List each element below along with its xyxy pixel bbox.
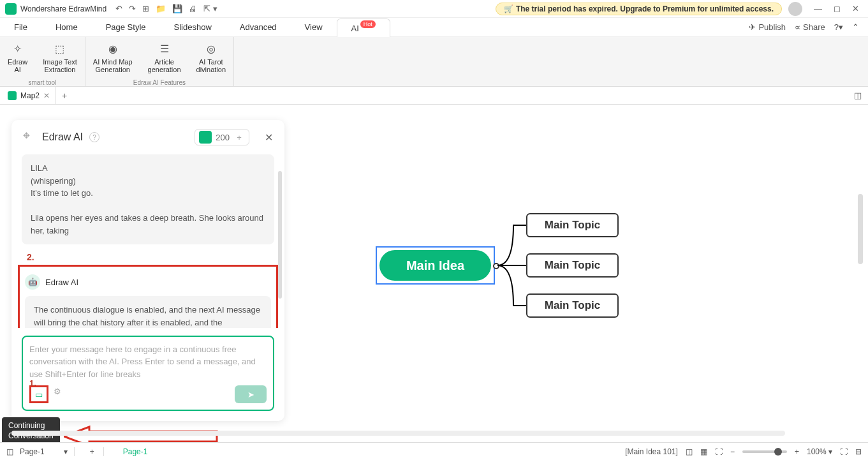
- menu-file[interactable]: File: [0, 18, 41, 36]
- add-tokens-button[interactable]: +: [233, 131, 245, 143]
- fit-icon[interactable]: ⛶: [715, 447, 723, 456]
- zoom-in-button[interactable]: +: [795, 447, 799, 456]
- callout-2: 2.: [27, 252, 274, 262]
- outline-icon[interactable]: ◫: [6, 447, 13, 456]
- print-icon[interactable]: 🖨: [189, 4, 197, 13]
- ai-input-box[interactable]: Enter your message here to engage in a c…: [22, 336, 274, 412]
- save-icon[interactable]: 💾: [172, 4, 182, 13]
- ai-sender-name: Edraw AI: [45, 278, 78, 287]
- ai-chat-body[interactable]: LILA (whispering) It's time to let go. L…: [11, 154, 284, 328]
- trial-banner[interactable]: 🛒 The trial period has expired. Upgrade …: [496, 3, 782, 15]
- menu-advanced[interactable]: Advanced: [226, 18, 291, 36]
- group-features-label: Edraw AI Features: [85, 79, 233, 86]
- token-icon: [199, 131, 212, 144]
- undo-icon[interactable]: ↶: [115, 4, 122, 13]
- menu-home[interactable]: Home: [41, 18, 92, 36]
- ribbon-group-features: ◉ AI Mind Map Generation ☰ Article gener…: [85, 37, 234, 86]
- menu-right: ✈ Publish ∝ Share ?▾ ⌃: [749, 22, 868, 32]
- page-active[interactable]: Page-1: [110, 447, 161, 456]
- topic-node-3[interactable]: Main Topic: [526, 293, 619, 318]
- cart-icon: 🛒: [504, 4, 513, 13]
- zoom-out-button[interactable]: −: [730, 447, 735, 456]
- trial-text: The trial period has expired. Upgrade to…: [516, 4, 774, 13]
- send-button[interactable]: ➤: [235, 385, 267, 403]
- ai-scrollbar[interactable]: [278, 171, 282, 299]
- fullscreen-icon[interactable]: ⛶: [840, 447, 848, 456]
- ribbon-group-smart: ✧ Edraw AI ⬚ Image Text Extraction smart…: [0, 37, 85, 86]
- status-left: ◫ Page-1 ▾ + Page-1: [6, 447, 160, 456]
- ai-message-1: LILA (whispering) It's time to let go. L…: [22, 154, 274, 244]
- export-icon[interactable]: ⇱ ▾: [203, 4, 217, 13]
- add-page-button[interactable]: +: [81, 447, 104, 456]
- tab-close-icon[interactable]: ✕: [43, 91, 50, 100]
- article-gen-label: Article generation: [148, 58, 181, 73]
- help-icon[interactable]: ?: [89, 132, 99, 142]
- user-avatar[interactable]: [788, 2, 802, 16]
- msg1-l1: (whispering): [31, 175, 265, 188]
- article-gen-button[interactable]: ☰ Article generation: [140, 37, 189, 77]
- mindmap-gen-button[interactable]: ◉ AI Mind Map Generation: [85, 37, 140, 77]
- collapse-ribbon-icon[interactable]: ⌃: [852, 22, 859, 32]
- image-text-button[interactable]: ⬚ Image Text Extraction: [35, 37, 85, 77]
- ribbon: ✧ Edraw AI ⬚ Image Text Extraction smart…: [0, 37, 868, 87]
- settings-icon[interactable]: ⚙: [54, 387, 69, 402]
- ai-panel-title: Edraw AI: [42, 131, 83, 143]
- chevron-down-icon: ▾: [64, 447, 68, 456]
- ai-avatar-icon: 🤖: [25, 274, 40, 290]
- share-button[interactable]: ∝ Share: [795, 22, 825, 32]
- token-count: 200: [216, 133, 230, 142]
- minimize-icon[interactable]: —: [814, 4, 822, 13]
- close-icon[interactable]: ✕: [852, 4, 859, 13]
- help-icon[interactable]: ?▾: [834, 22, 843, 32]
- publish-button[interactable]: ✈ Publish: [749, 22, 786, 32]
- continuing-conversation-button[interactable]: ▭: [29, 385, 48, 403]
- menubar: File Home Page Style Slideshow Advanced …: [0, 18, 868, 37]
- collapse-icon[interactable]: ⊟: [855, 447, 862, 456]
- titlebar: Wondershare EdrawMind ↶ ↷ ⊞ 📁 💾 🖨 ⇱ ▾ 🛒 …: [0, 0, 868, 18]
- view-icon-2[interactable]: ▦: [700, 447, 707, 456]
- maximize-icon[interactable]: ◻: [834, 4, 841, 13]
- callout-1: 1.: [29, 378, 36, 388]
- add-tab-button[interactable]: +: [55, 91, 73, 101]
- ai-sender: 🤖 Edraw AI: [25, 274, 271, 290]
- main-idea-node[interactable]: Main Idea: [379, 250, 491, 281]
- publish-label: Publish: [758, 22, 786, 32]
- page-dropdown[interactable]: Page-1 ▾: [20, 447, 75, 456]
- menu-ai[interactable]: AI Hot: [337, 19, 390, 37]
- new-icon[interactable]: ⊞: [142, 4, 149, 13]
- tarot-label: AI Tarot divination: [196, 58, 226, 73]
- msg1-l2: It's time to let go.: [31, 187, 265, 200]
- hot-badge: Hot: [360, 20, 376, 28]
- menu-view[interactable]: View: [291, 18, 337, 36]
- token-badge: 200 +: [195, 129, 249, 145]
- edraw-ai-button[interactable]: ✧ Edraw AI: [0, 37, 35, 77]
- zoom-value[interactable]: 100% ▾: [807, 447, 832, 456]
- drag-icon[interactable]: ✥: [23, 131, 36, 144]
- canvas[interactable]: ✥ Edraw AI ? 200 + ✕ LILA (whispering) I…: [0, 105, 868, 442]
- page-dd-label: Page-1: [20, 447, 45, 456]
- doc-tab-map2[interactable]: Map2 ✕: [3, 87, 55, 104]
- topic-node-1[interactable]: Main Topic: [526, 213, 619, 237]
- horizontal-scrollbar[interactable]: [11, 431, 785, 436]
- ai-input-toolbar: ▭ ⚙ ➤: [29, 385, 267, 403]
- redo-icon[interactable]: ↷: [129, 4, 136, 13]
- ai-close-button[interactable]: ✕: [265, 131, 273, 144]
- tarot-button[interactable]: ◎ AI Tarot divination: [189, 37, 233, 77]
- msg1-l4: Lila opens her eyes and takes a deep bre…: [31, 212, 265, 237]
- menu-page-style[interactable]: Page Style: [92, 18, 160, 36]
- window-controls: — ◻ ✕: [814, 4, 859, 13]
- view-icon-1[interactable]: ◫: [686, 447, 693, 456]
- article-icon: ☰: [157, 41, 172, 57]
- menu-slideshow[interactable]: Slideshow: [160, 18, 226, 36]
- ai-panel-header: ✥ Edraw AI ? 200 + ✕: [11, 120, 284, 154]
- msg1-l0: LILA: [31, 162, 265, 175]
- open-icon[interactable]: 📁: [156, 4, 166, 13]
- topic-node-2[interactable]: Main Topic: [526, 253, 619, 278]
- document-tabs: Map2 ✕ + ◫: [0, 87, 868, 105]
- panel-toggle-icon[interactable]: ◫: [854, 91, 862, 100]
- vertical-scrollbar[interactable]: [858, 194, 863, 264]
- extract-icon: ⬚: [52, 41, 68, 57]
- zoom-knob[interactable]: [774, 448, 782, 456]
- zoom-slider[interactable]: [742, 450, 787, 453]
- statusbar: ◫ Page-1 ▾ + Page-1 [Main Idea 101] ◫ ▦ …: [0, 442, 868, 460]
